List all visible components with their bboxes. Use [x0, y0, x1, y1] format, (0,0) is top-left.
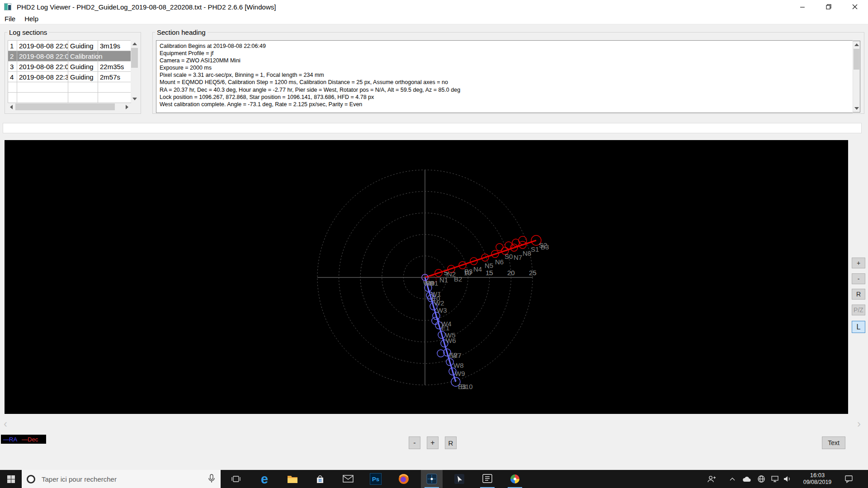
vscroll-thumb[interactable]: [854, 49, 859, 70]
start-button[interactable]: [0, 470, 22, 488]
log-section-cell-type: Guiding: [68, 61, 98, 72]
log-section-cell-date: 2019-08-08 22:03:: [17, 41, 68, 51]
scroll-down-icon[interactable]: [131, 95, 138, 103]
network-icon[interactable]: [755, 470, 767, 488]
hscroll-thumb[interactable]: [15, 103, 115, 110]
task-view-icon: [231, 475, 241, 483]
menu-file[interactable]: File: [0, 14, 20, 23]
taskbar-search[interactable]: Taper ici pour rechercher: [22, 470, 221, 488]
section-heading-line: Exposure = 2000 ms: [160, 64, 853, 71]
taskbar-app-edge[interactable]: e: [254, 470, 275, 488]
text-view-button[interactable]: Text: [822, 436, 845, 449]
log-section-row[interactable]: 12019-08-08 22:03:Guiding3m19s: [8, 41, 131, 51]
calibration-plot-svg: 510152025N1N2B2B3N4N5N6S0N7N8S1S2B3W0B0B…: [5, 140, 848, 414]
onedrive-icon[interactable]: [741, 470, 753, 488]
next-section-icon[interactable]: ›: [857, 419, 861, 428]
calibration-plot[interactable]: 510152025N1N2B2B3N4N5N6S0N7N8S1S2B3W0B0B…: [5, 140, 848, 414]
taskbar-app-log-viewer[interactable]: [476, 470, 498, 488]
section-vscrollbar[interactable]: [853, 41, 860, 113]
lock-button[interactable]: L: [852, 321, 865, 333]
calibration-point-label: W8: [453, 361, 464, 369]
log-table-vscrollbar[interactable]: [131, 40, 138, 103]
plot-legend: —RA —Dec: [1, 435, 46, 444]
taskbar: Taper ici pour rechercher ePs 16:03 09/0…: [0, 470, 868, 488]
legend-ra: —RA: [3, 436, 17, 443]
scroll-down-icon[interactable]: [853, 105, 860, 112]
zoom-in-button[interactable]: +: [852, 258, 865, 268]
task-view-button[interactable]: [226, 470, 246, 488]
microphone-icon[interactable]: [208, 474, 216, 484]
scroll-up-icon[interactable]: [131, 40, 138, 47]
calibration-point-dec: [519, 236, 527, 244]
plus-button[interactable]: +: [427, 436, 439, 449]
calibration-point-label: N4: [473, 265, 482, 273]
scroll-up-icon[interactable]: [853, 41, 860, 48]
restore-button[interactable]: [816, 0, 842, 14]
calibration-point-label: N6: [495, 258, 504, 266]
store-icon: [315, 474, 326, 484]
plot-tick-label: 25: [529, 269, 537, 277]
planetarium-icon: [454, 474, 465, 484]
log-table-hscrollbar[interactable]: [8, 103, 131, 111]
taskbar-clock[interactable]: 16:03 09/08/2019: [797, 472, 838, 486]
log-sections-label: Log sections: [7, 28, 49, 36]
calibration-point-dec: [496, 244, 503, 251]
reset-button[interactable]: R: [445, 436, 457, 449]
windows-logo-icon: [7, 475, 15, 483]
log-section-cell-type: Calibration: [68, 51, 98, 61]
section-heading-line: Equipment Profile = jf: [160, 50, 853, 57]
taskbar-app-firefox[interactable]: [393, 470, 415, 488]
plot-tick-label: 20: [507, 269, 515, 277]
prev-section-icon[interactable]: ‹: [4, 419, 7, 428]
section-heading-label: Section heading: [155, 28, 208, 36]
taskbar-app-color-picker[interactable]: [504, 470, 526, 488]
action-center-button[interactable]: [841, 470, 857, 488]
cortana-icon[interactable]: [27, 475, 35, 483]
log-section-row[interactable]: 32019-08-08 22:08:Guiding22m35s: [8, 61, 131, 72]
taskbar-app-store[interactable]: [309, 470, 331, 488]
chevron-up-icon[interactable]: [726, 470, 738, 488]
phd2-icon: [426, 474, 437, 484]
file-explorer-icon: [287, 474, 298, 483]
calibration-point-label: W6: [446, 337, 456, 344]
scroll-left-icon[interactable]: [8, 103, 15, 111]
section-heading-line: Lock position = 1096.267, 872.868, Star …: [160, 94, 853, 101]
search-placeholder: Taper ici pour rechercher: [42, 475, 117, 483]
calibration-point-label: W9: [455, 370, 465, 377]
display-icon[interactable]: [769, 470, 781, 488]
calibration-point-label: N7: [514, 253, 522, 261]
vscroll-thumb[interactable]: [131, 48, 138, 68]
menu-bar: File Help: [0, 14, 868, 24]
log-section-cell-num: 1: [8, 41, 17, 51]
log-section-cell-date: 2019-08-08 22:31:: [17, 72, 68, 82]
people-icon[interactable]: [706, 470, 717, 488]
calibration-point-label: B1: [430, 279, 438, 287]
taskbar-app-phd2[interactable]: [421, 470, 443, 488]
calibration-point-label: W3: [437, 306, 447, 314]
plot-tick-label: 15: [486, 269, 493, 277]
volume-icon[interactable]: [781, 470, 793, 488]
taskbar-app-file-explorer[interactable]: [282, 470, 303, 488]
scroll-right-icon[interactable]: [123, 103, 131, 111]
calibration-point-label: S0: [505, 253, 513, 260]
calibration-point-label: B3: [541, 243, 549, 251]
taskbar-app-photoshop[interactable]: Ps: [365, 470, 387, 488]
zoom-out-button[interactable]: -: [852, 273, 865, 284]
log-section-row[interactable]: 42019-08-08 22:31:Guiding2m57s: [8, 72, 131, 82]
taskbar-app-planetarium[interactable]: [448, 470, 470, 488]
section-heading-line: Mount = EQMOD HEQ5/6, Calibration Step =…: [160, 79, 853, 86]
close-button[interactable]: [842, 0, 868, 14]
minimize-button[interactable]: [789, 0, 816, 14]
taskbar-app-mail[interactable]: [337, 470, 359, 488]
menu-help[interactable]: Help: [20, 14, 43, 23]
calibration-point-label: W2: [434, 299, 444, 307]
log-section-row[interactable]: 22019-08-08 22:06:Calibration: [8, 51, 131, 61]
calibration-point-label: B10: [461, 383, 473, 390]
calibration-point-label: W7: [451, 352, 462, 359]
calibration-point-label: B2: [454, 275, 462, 283]
log-section-cell-date: 2019-08-08 22:06:: [17, 51, 68, 61]
reset-view-button[interactable]: R: [852, 289, 865, 300]
pan-zoom-button[interactable]: P/Z: [852, 305, 865, 315]
minus-button[interactable]: -: [409, 436, 420, 449]
clock-time: 16:03: [797, 472, 838, 479]
